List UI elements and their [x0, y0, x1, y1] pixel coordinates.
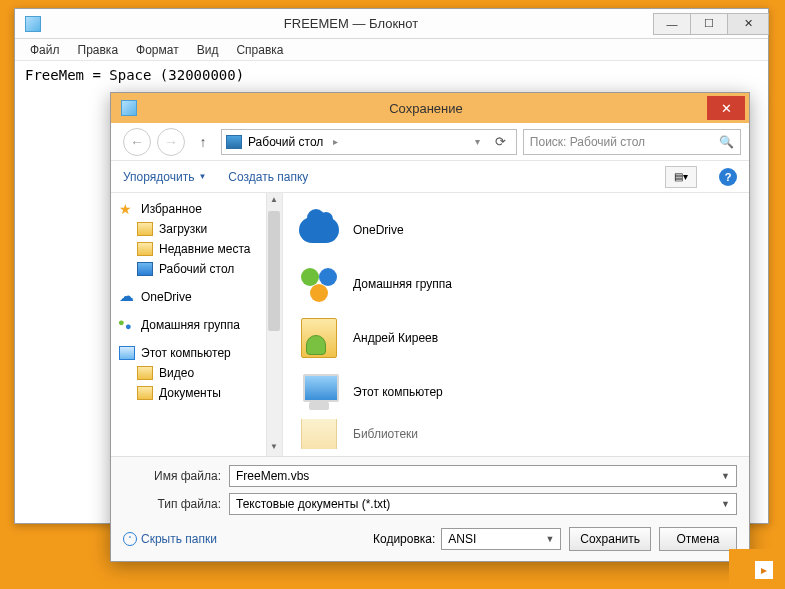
file-list[interactable]: OneDrive Домашняя группа Андрей Киреев Э… [283, 193, 749, 456]
list-item[interactable]: Домашняя группа [297, 257, 739, 311]
notepad-icon [25, 16, 41, 32]
computer-icon [297, 370, 341, 414]
computer-icon [119, 346, 135, 360]
view-options-button[interactable]: ▤▾ [665, 166, 697, 188]
tree-documents[interactable]: Документы [111, 383, 282, 403]
forward-button[interactable]: → [157, 128, 185, 156]
notepad-menubar: Файл Правка Формат Вид Справка [15, 39, 768, 61]
notepad-titlebar: FREEMEM — Блокнот — ☐ ✕ [15, 9, 768, 39]
tree-desktop[interactable]: Рабочий стол [111, 259, 282, 279]
scroll-down-icon[interactable]: ▼ [269, 442, 279, 454]
menu-help[interactable]: Справка [227, 40, 292, 60]
list-item[interactable]: Андрей Киреев [297, 311, 739, 365]
chevron-down-icon[interactable]: ▼ [721, 471, 730, 481]
scrollbar-thumb[interactable] [268, 211, 280, 331]
menu-file[interactable]: Файл [21, 40, 69, 60]
desktop-icon [137, 262, 153, 276]
cancel-button[interactable]: Отмена [659, 527, 737, 551]
tree-favorites[interactable]: ★Избранное [111, 199, 282, 219]
homegroup-icon [119, 318, 135, 332]
breadcrumb-segment[interactable]: Рабочий стол [248, 135, 323, 149]
list-item[interactable]: OneDrive [297, 203, 739, 257]
organize-button[interactable]: Упорядочить ▼ [123, 170, 206, 184]
filename-label: Имя файла: [123, 469, 221, 483]
tree-recent[interactable]: Недавние места [111, 239, 282, 259]
hide-folders-button[interactable]: ˄Скрыть папки [123, 532, 217, 546]
search-icon: 🔍 [719, 135, 734, 149]
dialog-titlebar: Сохранение ✕ [111, 93, 749, 123]
chevron-down-icon: ▼ [198, 172, 206, 181]
corner-widget: ▸ [729, 549, 785, 589]
tree-video[interactable]: Видео [111, 363, 282, 383]
maximize-button[interactable]: ☐ [690, 13, 728, 35]
folder-icon [137, 222, 153, 236]
dialog-title: Сохранение [145, 101, 707, 116]
close-button[interactable]: ✕ [727, 13, 769, 35]
chevron-down-icon[interactable]: ▼ [721, 499, 730, 509]
up-button[interactable]: ↑ [191, 130, 215, 154]
search-placeholder: Поиск: Рабочий стол [530, 135, 645, 149]
menu-edit[interactable]: Правка [69, 40, 128, 60]
save-button[interactable]: Сохранить [569, 527, 651, 551]
chevron-right-icon[interactable]: ▸ [329, 136, 342, 147]
onedrive-icon: ☁ [119, 290, 135, 304]
refresh-button[interactable]: ⟳ [490, 134, 512, 149]
new-folder-button[interactable]: Создать папку [228, 170, 308, 184]
chevron-up-icon: ˄ [123, 532, 137, 546]
tree-homegroup[interactable]: Домашняя группа [111, 315, 282, 335]
menu-format[interactable]: Формат [127, 40, 188, 60]
list-item[interactable]: Библиотеки [297, 419, 739, 449]
homegroup-icon [297, 262, 341, 306]
library-icon [297, 419, 341, 449]
chevron-down-icon[interactable]: ▾ [471, 136, 484, 147]
tree-downloads[interactable]: Загрузки [111, 219, 282, 239]
encoding-label: Кодировка: [373, 532, 435, 546]
desktop-icon [226, 135, 242, 149]
nav-row: ← → ↑ Рабочий стол ▸ ▾ ⟳ Поиск: Рабочий … [111, 123, 749, 161]
scroll-up-icon[interactable]: ▲ [269, 195, 279, 207]
encoding-select[interactable]: ANSI▼ [441, 528, 561, 550]
menu-view[interactable]: Вид [188, 40, 228, 60]
search-input[interactable]: Поиск: Рабочий стол 🔍 [523, 129, 741, 155]
dialog-close-button[interactable]: ✕ [707, 96, 745, 120]
filetype-select[interactable]: Текстовые документы (*.txt)▼ [229, 493, 737, 515]
recent-icon [137, 242, 153, 256]
chevron-down-icon[interactable]: ▼ [545, 534, 554, 544]
folder-icon [137, 386, 153, 400]
tree-onedrive[interactable]: ☁OneDrive [111, 287, 282, 307]
dialog-toolbar: Упорядочить ▼ Создать папку ▤▾ ? [111, 161, 749, 193]
nav-tree: ★Избранное Загрузки Недавние места Рабоч… [111, 193, 283, 456]
save-dialog: Сохранение ✕ ← → ↑ Рабочий стол ▸ ▾ ⟳ По… [110, 92, 750, 562]
onedrive-icon [297, 208, 341, 252]
folder-icon [137, 366, 153, 380]
help-button[interactable]: ? [719, 168, 737, 186]
tree-this-pc[interactable]: Этот компьютер [111, 343, 282, 363]
user-folder-icon [297, 316, 341, 360]
location-bar[interactable]: Рабочий стол ▸ ▾ ⟳ [221, 129, 517, 155]
filename-input[interactable]: FreeMem.vbs▼ [229, 465, 737, 487]
filetype-label: Тип файла: [123, 497, 221, 511]
star-icon: ★ [119, 202, 135, 216]
dialog-bottom: Имя файла: FreeMem.vbs▼ Тип файла: Текст… [111, 456, 749, 561]
dialog-icon [121, 100, 137, 116]
notepad-title: FREEMEM — Блокнот [49, 16, 653, 31]
minimize-button[interactable]: — [653, 13, 691, 35]
notepad-textarea[interactable]: FreeMem = Space (32000000) [15, 61, 768, 89]
content-pane: ★Избранное Загрузки Недавние места Рабоч… [111, 193, 749, 456]
back-button[interactable]: ← [123, 128, 151, 156]
chevron-right-icon[interactable]: ▸ [755, 561, 773, 579]
list-item[interactable]: Этот компьютер [297, 365, 739, 419]
